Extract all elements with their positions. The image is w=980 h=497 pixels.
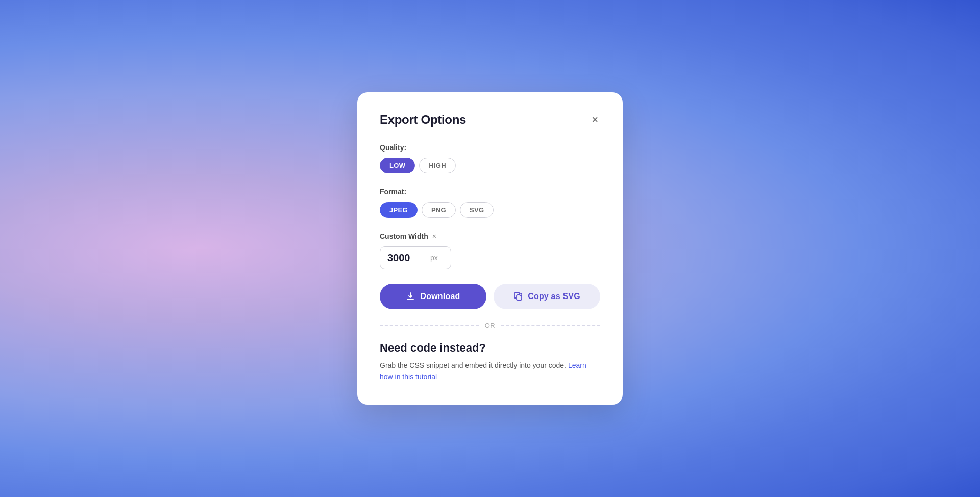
download-button[interactable]: Download xyxy=(380,284,486,309)
format-svg-button[interactable]: SVG xyxy=(460,202,494,218)
close-button[interactable]: × xyxy=(590,113,600,127)
modal-title: Export Options xyxy=(380,113,466,127)
need-code-title: Need code instead? xyxy=(380,341,600,355)
export-modal: Export Options × Quality: LOW HIGH Forma… xyxy=(357,92,623,405)
download-label: Download xyxy=(420,292,460,301)
modal-header: Export Options × xyxy=(380,113,600,127)
or-text: OR xyxy=(485,321,496,329)
action-buttons: Download Copy as SVG xyxy=(380,284,600,309)
width-input-wrapper: px xyxy=(380,246,451,269)
width-input[interactable] xyxy=(387,252,428,264)
need-code-description: Grab the CSS snippet and embed it direct… xyxy=(380,360,600,383)
format-pill-group: JPEG PNG SVG xyxy=(380,202,600,218)
clear-width-button[interactable]: × xyxy=(432,232,436,240)
custom-width-label: Custom Width xyxy=(380,232,428,240)
quality-high-button[interactable]: HIGH xyxy=(419,158,456,173)
format-jpeg-button[interactable]: JPEG xyxy=(380,202,418,218)
quality-pill-group: LOW HIGH xyxy=(380,158,600,173)
quality-label: Quality: xyxy=(380,143,600,152)
custom-width-section: Custom Width × px xyxy=(380,232,600,269)
divider-right xyxy=(501,325,600,326)
copy-svg-label: Copy as SVG xyxy=(528,292,580,301)
divider-or: OR xyxy=(380,321,600,329)
divider-left xyxy=(380,325,479,326)
need-code-section: Need code instead? Grab the CSS snippet … xyxy=(380,341,600,385)
custom-width-row: Custom Width × xyxy=(380,232,600,240)
copy-as-svg-button[interactable]: Copy as SVG xyxy=(494,284,600,309)
format-png-button[interactable]: PNG xyxy=(422,202,456,218)
copy-svg-icon xyxy=(513,292,523,301)
quality-section: Quality: LOW HIGH xyxy=(380,143,600,173)
download-icon xyxy=(406,292,415,301)
quality-low-button[interactable]: LOW xyxy=(380,158,415,173)
format-label: Format: xyxy=(380,188,600,196)
format-section: Format: JPEG PNG SVG xyxy=(380,188,600,218)
px-unit-label: px xyxy=(430,254,438,262)
